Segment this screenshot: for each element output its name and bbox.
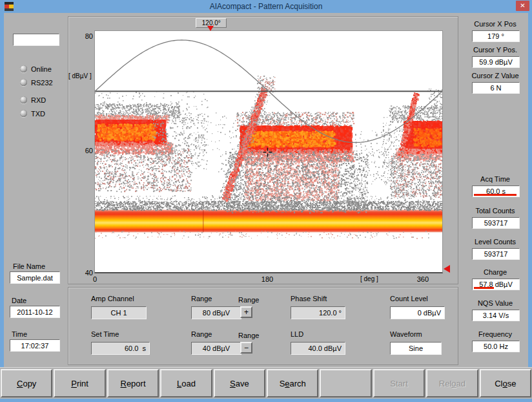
save-button[interactable]: Save: [214, 369, 265, 397]
y-axis-label: [ dBµV ]: [68, 72, 92, 79]
waveform-label: Waveform: [390, 330, 422, 338]
txd-led-label: TXD: [31, 110, 45, 118]
nqs-value-field: 3.14 V/s: [472, 310, 520, 321]
x-axis-label: [ deg ]: [360, 275, 378, 282]
count-level-field[interactable]: 0 dBµV: [390, 306, 445, 319]
frequency-label: Frequency: [461, 330, 529, 338]
count-level-label: Count Level: [390, 295, 428, 302]
acq-time-label: Acq Time: [461, 175, 529, 183]
rxd-led-label: RXD: [31, 96, 46, 104]
cursor-z-label: Cursor Z Value: [461, 72, 529, 79]
cursor-y-field: 59.9 dBµV: [472, 56, 520, 68]
pd-pattern-plot[interactable]: 120.0°: [94, 30, 443, 273]
rs232-led-label: RS232: [31, 79, 53, 87]
range-increase-button[interactable]: +: [240, 306, 252, 318]
app-window: AIAcompact - Pattern Acquisition ✕ Onlin…: [0, 0, 532, 402]
blank-button: [320, 369, 371, 397]
range-top-label: Range: [191, 295, 212, 302]
pattern-chart-panel: 80 [ dBµV ] 60 40 0 180 [ deg ] 360 120.…: [68, 16, 458, 284]
lld-field[interactable]: 40.0 dBµV: [291, 342, 345, 355]
charge-progress: [474, 287, 494, 289]
file-name-label: File Name: [13, 262, 45, 270]
x-tick-0: 0: [93, 275, 97, 283]
time-field[interactable]: 17:02:37: [10, 339, 60, 352]
y-tick-60: 60: [76, 147, 93, 154]
title-bar: AIAcompact - Pattern Acquisition ✕: [0, 0, 532, 13]
start-button[interactable]: Start: [373, 369, 425, 397]
report-button[interactable]: Report: [107, 369, 159, 397]
x-tick-180: 180: [258, 275, 277, 283]
button-bar: Copy Print Report Load Save Search Start…: [0, 367, 532, 399]
total-counts-field: 593717: [472, 217, 520, 229]
range-up-label: Range: [238, 296, 259, 304]
range-decrease-button[interactable]: −: [240, 342, 252, 354]
range-bottom-field[interactable]: 40 dBµV: [191, 342, 241, 355]
time-label: Time: [12, 330, 27, 338]
phase-shift-field[interactable]: 120.0 °: [291, 306, 345, 319]
cursor-x-field: 179 °: [472, 30, 520, 42]
nqs-value-label: NQS Value: [461, 299, 529, 307]
acquisition-controls-panel: Amp Channel CH 1 Range 80 dBµV Range + P…: [68, 287, 458, 365]
phase-marker-icon[interactable]: [207, 26, 214, 31]
txd-led-icon: [20, 110, 27, 117]
acq-time-field: 60.0 s: [472, 185, 520, 197]
date-label: Date: [12, 297, 26, 304]
search-button[interactable]: Search: [267, 369, 318, 397]
set-time-field[interactable]: 60.0 s: [91, 342, 150, 355]
set-time-label: Set Time: [91, 330, 119, 338]
cursor-z-field: 6 N: [472, 82, 520, 94]
amp-channel-field[interactable]: CH 1: [91, 306, 147, 319]
lld-label: LLD: [291, 330, 303, 338]
online-led-label: Online: [31, 65, 52, 73]
charge-field: 57.8 dBµV: [472, 279, 520, 290]
amp-channel-label: Amp Channel: [91, 295, 134, 302]
pd-pattern-canvas[interactable]: [95, 31, 442, 272]
rs232-led-icon: [20, 79, 27, 86]
charge-label: Charge: [461, 268, 529, 276]
close-button[interactable]: Close: [480, 369, 531, 397]
y-tick-40: 40: [76, 269, 93, 277]
acq-time-progress: [474, 194, 517, 196]
level-counts-field: 593717: [472, 248, 520, 260]
range-top-field[interactable]: 80 dBµV: [191, 306, 241, 319]
frequency-field: 50.0 Hz: [472, 341, 520, 352]
online-led-icon: [20, 65, 27, 72]
load-button[interactable]: Load: [160, 369, 212, 397]
date-field[interactable]: 2011-10-12: [10, 306, 60, 318]
window-title: AIAcompact - Pattern Acquisition: [210, 2, 323, 11]
range-down-label: Range: [238, 332, 259, 339]
x-tick-360: 360: [409, 275, 429, 283]
level-counts-label: Level Counts: [461, 238, 529, 246]
phase-shift-label: Phase Shift: [291, 295, 327, 302]
rxd-led-icon: [20, 96, 27, 103]
level-marker-icon[interactable]: [444, 265, 450, 273]
y-tick-80: 80: [76, 32, 93, 40]
waveform-field[interactable]: Sine: [390, 342, 442, 355]
reload-button[interactable]: Reload: [426, 369, 478, 397]
close-icon[interactable]: ✕: [516, 1, 529, 11]
range-bottom-label: Range: [191, 330, 212, 338]
status-display: [13, 34, 59, 46]
app-icon: [5, 2, 14, 11]
copy-button[interactable]: Copy: [1, 369, 52, 397]
cursor-x-label: Cursor X Pos: [461, 20, 529, 28]
print-button[interactable]: Print: [54, 369, 105, 397]
total-counts-label: Total Counts: [461, 207, 529, 215]
cursor-y-label: Cursor Y Pos.: [461, 46, 529, 54]
file-name-field[interactable]: Sample.dat: [10, 271, 60, 284]
